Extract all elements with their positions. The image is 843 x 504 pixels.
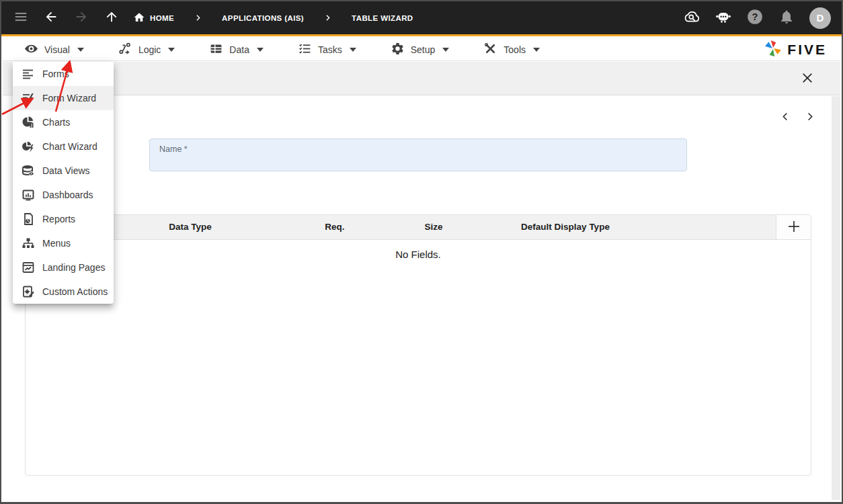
tools-icon xyxy=(483,42,497,58)
menu-item-custom-actions[interactable]: Custom Actions xyxy=(13,280,114,304)
fields-table-header: Data Type Req. Size Default Display Type xyxy=(26,215,811,240)
chevron-down-icon xyxy=(442,48,449,52)
notifications-icon xyxy=(778,9,795,27)
breadcrumb-table-wizard: TABLE WIZARD xyxy=(352,14,413,22)
notifications-button[interactable] xyxy=(778,9,795,27)
menu-data[interactable]: Data xyxy=(209,42,264,58)
close-button[interactable] xyxy=(800,71,815,86)
fields-table: Data Type Req. Size Default Display Type… xyxy=(25,214,811,476)
menu-tools[interactable]: Tools xyxy=(483,42,540,58)
breadcrumb-applications[interactable]: APPLICATIONS (AIS) xyxy=(222,14,304,22)
cloud-search-icon xyxy=(683,8,700,28)
prev-record-button[interactable] xyxy=(778,111,792,124)
menu-item-dashboards[interactable]: Dashboards xyxy=(13,183,114,207)
menu-logic-label: Logic xyxy=(138,44,161,55)
menu-item-label: Menus xyxy=(42,238,71,249)
menu-item-label: Landing Pages xyxy=(42,262,105,273)
chevron-down-icon xyxy=(77,48,84,52)
menu-item-label: Data Views xyxy=(42,165,90,176)
chevron-down-icon xyxy=(257,48,264,52)
gear-icon xyxy=(391,42,405,58)
menu-tasks-label: Tasks xyxy=(318,44,342,55)
help-icon: ? xyxy=(746,8,764,28)
menu-item-data-views[interactable]: Data Views xyxy=(13,159,114,183)
cloud-search-button[interactable] xyxy=(683,9,700,27)
menu-item-charts[interactable]: Charts xyxy=(13,110,114,134)
record-navigation xyxy=(778,111,816,124)
up-button[interactable] xyxy=(103,9,120,27)
five-logo-mark-icon xyxy=(764,40,782,60)
app-window: HOME APPLICATIONS (AIS) TABLE WIZARD xyxy=(0,0,843,504)
empty-fields-message: No Fields. xyxy=(26,240,811,260)
menu-tasks[interactable]: Tasks xyxy=(298,42,356,58)
menu-item-label: Custom Actions xyxy=(42,286,108,297)
back-icon xyxy=(44,9,58,26)
column-header-data-type: Data Type xyxy=(169,222,212,232)
menu-visual-label: Visual xyxy=(44,44,70,55)
tasks-checklist-icon xyxy=(298,42,312,58)
forward-icon xyxy=(74,9,89,26)
vertical-scrollbar[interactable] xyxy=(832,96,840,500)
menu-item-label: Chart Wizard xyxy=(42,141,97,152)
hamburger-menu-button[interactable] xyxy=(12,9,30,27)
close-icon xyxy=(801,71,814,87)
menu-item-reports[interactable]: Reports xyxy=(13,207,114,231)
dashboards-icon xyxy=(22,188,35,202)
breadcrumb-applications-label: APPLICATIONS (AIS) xyxy=(222,14,304,22)
five-logo-text: FIVE xyxy=(787,42,827,58)
five-logo: FIVE xyxy=(764,40,827,60)
menus-icon xyxy=(22,237,35,250)
chevron-right-icon xyxy=(805,112,815,124)
data-table-icon xyxy=(209,42,223,58)
menu-item-label: Reports xyxy=(42,214,75,224)
chevron-down-icon xyxy=(350,48,356,52)
chart-wizard-icon xyxy=(22,140,35,153)
column-header-req: Req. xyxy=(325,222,344,232)
avatar-initial: D xyxy=(817,12,824,24)
svg-text:?: ? xyxy=(752,11,758,22)
hamburger-icon xyxy=(13,9,28,26)
data-views-icon xyxy=(22,164,35,177)
visual-dropdown-menu: Forms Form Wizard Charts Chart Wizard Da… xyxy=(13,62,114,304)
next-record-button[interactable] xyxy=(803,111,816,124)
menu-logic[interactable]: Logic xyxy=(118,42,175,58)
up-icon xyxy=(104,9,119,26)
menu-data-label: Data xyxy=(229,44,249,55)
menu-item-form-wizard[interactable]: Form Wizard xyxy=(13,86,114,110)
eye-icon xyxy=(24,42,38,58)
menu-setup[interactable]: Setup xyxy=(391,42,450,58)
add-field-icon xyxy=(786,218,802,237)
home-icon xyxy=(133,11,145,25)
wizard-panel-body: Name * Data Type Req. Size Default Displ… xyxy=(3,96,840,500)
chevron-down-icon xyxy=(168,48,175,52)
logic-icon xyxy=(118,42,132,58)
column-header-size: Size xyxy=(424,222,442,232)
assistant-bot-button[interactable] xyxy=(715,9,732,27)
menu-visual[interactable]: Visual xyxy=(24,42,84,58)
add-field-button[interactable] xyxy=(776,215,811,239)
menu-item-landing-pages[interactable]: Landing Pages xyxy=(13,255,114,280)
custom-actions-icon xyxy=(22,285,35,298)
avatar[interactable]: D xyxy=(809,7,831,29)
menu-bar: Visual Logic Data Tasks xyxy=(3,38,840,61)
menu-item-label: Form Wizard xyxy=(42,93,96,103)
name-input[interactable]: Name * xyxy=(149,138,687,171)
top-bar: HOME APPLICATIONS (AIS) TABLE WIZARD xyxy=(1,1,842,36)
help-button[interactable]: ? xyxy=(746,9,764,27)
forward-button[interactable] xyxy=(73,9,90,27)
menu-item-chart-wizard[interactable]: Chart Wizard xyxy=(13,134,114,159)
menu-item-forms[interactable]: Forms xyxy=(13,62,114,86)
reports-icon xyxy=(22,212,35,226)
charts-icon xyxy=(22,116,35,129)
menu-item-menus[interactable]: Menus xyxy=(13,231,114,255)
chevron-left-icon xyxy=(780,112,791,124)
menu-item-label: Dashboards xyxy=(42,190,93,200)
breadcrumb-home-label: HOME xyxy=(150,14,174,22)
landing-pages-icon xyxy=(22,261,35,274)
chevron-right-icon xyxy=(194,13,202,22)
menu-tools-label: Tools xyxy=(504,44,526,55)
back-button[interactable] xyxy=(42,9,60,27)
breadcrumb-table-wizard-label: TABLE WIZARD xyxy=(352,14,413,22)
menu-setup-label: Setup xyxy=(411,44,436,55)
breadcrumb-home[interactable]: HOME xyxy=(133,11,174,25)
